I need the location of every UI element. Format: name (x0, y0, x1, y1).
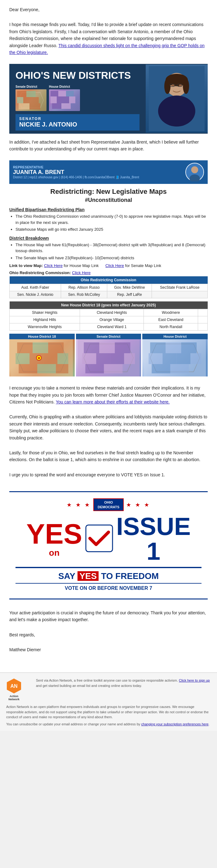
yes-on-1-block: ★ ★ ★ OHIO DEMOCRATS ★ ★ ★ YES on (9, 491, 208, 599)
footer-unsubscribe-suffix: . (209, 722, 210, 726)
district-cell: Cleveland Heights (80, 309, 144, 316)
svg-rect-68 (152, 364, 170, 373)
map-item-house18: House District 18 (9, 334, 75, 376)
say-yes-bar: SAY YES TO FREEDOM (16, 571, 202, 581)
district-bullets: The House Map will have 61(Republican) -… (16, 242, 208, 261)
svg-rect-57 (85, 364, 104, 373)
map-links-label: Link to view Map: (9, 263, 43, 268)
issue-text: ISSUE (116, 514, 191, 539)
table-row: Sen. Nickie J. Antonio Sen. Rob McColley… (10, 291, 208, 298)
commission-cell: Aud. Keith Faber (10, 284, 61, 291)
footer-unsubscribe-link[interactable]: changing your subscription preferences h… (142, 722, 209, 726)
map-image-senate (76, 339, 142, 376)
district-cell (198, 316, 208, 323)
body-para-4: I urge you to spread the word and encour… (9, 471, 208, 478)
svg-rect-62 (166, 342, 181, 353)
senator-photo (146, 64, 208, 133)
svg-rect-54 (96, 353, 110, 364)
svg-rect-53 (82, 353, 96, 364)
after-hero-text: In addition, I've attached a fact sheet … (9, 138, 208, 153)
svg-rect-65 (163, 353, 177, 364)
table-row: Shaker Heights Cleveland Heights Woodmer… (10, 309, 208, 316)
rep-banner-text: REPRESENTATIVE JUANITA A. BRENT District… (13, 165, 182, 179)
svg-rect-44 (37, 364, 56, 373)
hero-title: OHIO'S NEW DISTRICTS (16, 70, 140, 81)
senate-map-svg (16, 89, 46, 111)
section-heading-district: District Breakdown (9, 236, 208, 241)
svg-rect-17 (52, 103, 61, 109)
svg-rect-58 (104, 364, 122, 373)
svg-rect-11 (58, 91, 66, 96)
map-item-house: House District (142, 334, 208, 376)
table-row: Warrensville Heights Cleveland Ward 1 No… (10, 323, 208, 331)
senate-map-box (16, 89, 46, 111)
senate-map-column: Senate District (16, 85, 46, 111)
intro-paragraph-1: I hope this message finds you well. Toda… (9, 21, 208, 56)
cnp-link[interactable]: You can learn more about their efforts a… (56, 399, 169, 404)
ohio-dems-logo: ★ ★ ★ OHIO DEMOCRATS ★ ★ ★ (16, 498, 202, 511)
map-item-senate: Senate District (76, 334, 142, 376)
one-text: 1 (116, 539, 191, 564)
closing-name: Matthew Diemer (9, 646, 208, 653)
redistricting-title: Redistricting: New Legislative Maps (9, 188, 208, 196)
district-cell: Warrensville Heights (10, 323, 80, 331)
svg-rect-50 (84, 342, 99, 353)
maps-row: House District 18 (9, 334, 208, 376)
house-map-label: House District (49, 85, 80, 88)
svg-rect-64 (149, 353, 163, 364)
svg-point-26 (172, 84, 175, 86)
svg-rect-61 (150, 342, 166, 353)
house-map-link[interactable]: Click Here (44, 263, 63, 268)
commission-table: Ohio Redistricting Commission Aud. Keith… (9, 276, 208, 298)
bipartisan-bullets: The Ohio Redistricting Commission voted … (16, 213, 208, 232)
unconstitutional-subtitle: #Unconstitutional (9, 197, 208, 204)
vote-before-text: VOTE ON OR BEFORE (65, 586, 118, 591)
body-para-2: Currently, Ohio is grappling with a situ… (9, 413, 208, 441)
footer-sent-text: Sent via Action Network, a free online t… (36, 679, 178, 682)
hero-right (146, 64, 208, 133)
map-label-house: House District (142, 334, 208, 339)
house-map-link-suffix: for House Map Link (64, 263, 99, 268)
map-label-house18: House District 18 (9, 334, 75, 339)
body-para-3: Lastly, for those of you in Ohio, we fin… (9, 450, 208, 463)
svg-rect-42 (57, 353, 68, 364)
svg-point-24 (164, 79, 170, 94)
svg-rect-63 (181, 342, 197, 353)
svg-rect-16 (69, 96, 75, 103)
yes-column: YES on (26, 520, 82, 558)
commission-cell: Sen. Nickie J. Antonio (10, 291, 61, 298)
svg-text:★: ★ (37, 356, 41, 360)
district-cell: Cleveland Ward 1 (80, 323, 144, 331)
district-cell: Woodmere (144, 309, 198, 316)
map-image-house18: ★ (9, 339, 75, 376)
commission-table-header: Ohio Redistricting Commission (10, 276, 208, 284)
action-network-logo: AN ActionNetwork (6, 678, 31, 701)
vote-date-value: NOVEMBER 7 (119, 586, 152, 591)
commission-cell: Sen. Rob McColley (61, 291, 107, 298)
map-svg-senate (76, 339, 142, 376)
svg-rect-37 (33, 342, 48, 353)
senate-map-image (16, 89, 46, 111)
house-map-image (49, 89, 80, 111)
senate-map-link[interactable]: Click Here (105, 263, 124, 268)
email-body: Dear Everyone, I hope this message finds… (0, 0, 217, 672)
svg-rect-18 (61, 103, 71, 109)
svg-text:AN: AN (10, 683, 18, 689)
map-links-row: Link to view Map: Click Here for House M… (9, 263, 208, 268)
svg-rect-3 (26, 91, 36, 97)
svg-rect-69 (170, 364, 189, 373)
rep-banner: REPRESENTATIVE JUANITA A. BRENT District… (9, 160, 208, 184)
svg-rect-13 (51, 96, 57, 103)
svg-rect-51 (99, 342, 115, 353)
vote-bar: VOTE ON OR BEFORE NOVEMBER 7 (16, 586, 202, 591)
an-logo-mark: AN ActionNetwork (6, 678, 22, 701)
svg-rect-55 (110, 353, 124, 364)
commission-link[interactable]: Click Here (72, 271, 91, 275)
commission-cell: Gov. Mike DeWine (107, 284, 152, 291)
district-cell: Orange Village (80, 316, 144, 323)
svg-rect-66 (177, 353, 191, 364)
svg-rect-10 (51, 91, 58, 96)
footer-signup-link[interactable]: Click here to sign up (179, 679, 210, 682)
map-image-house (142, 339, 208, 376)
hero-maps: Senate District (16, 85, 140, 111)
